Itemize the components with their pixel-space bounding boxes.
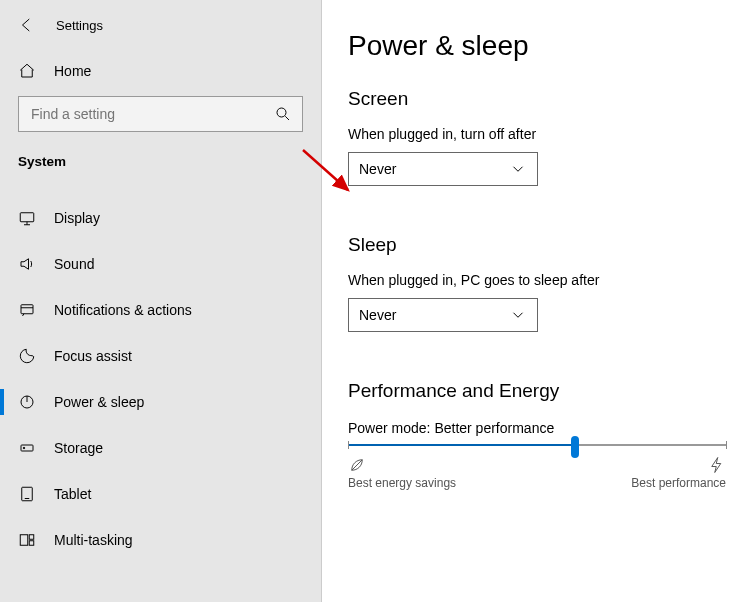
sound-icon bbox=[18, 255, 36, 273]
tablet-icon bbox=[18, 485, 36, 503]
sidebar-item-storage[interactable]: Storage bbox=[0, 425, 321, 471]
sidebar-item-label: Storage bbox=[54, 440, 103, 456]
sidebar-item-label: Power & sleep bbox=[54, 394, 144, 410]
screen-section: Screen When plugged in, turn off after N… bbox=[348, 88, 726, 186]
sidebar-item-notifications[interactable]: Notifications & actions bbox=[0, 287, 321, 333]
sidebar: Settings Home System Display Sound bbox=[0, 0, 322, 602]
slider-track bbox=[348, 444, 726, 446]
search-icon bbox=[274, 105, 292, 123]
slider-tick bbox=[348, 441, 349, 449]
multitasking-icon bbox=[18, 531, 36, 549]
bolt-icon bbox=[708, 456, 726, 474]
slider-captions: Best energy savings Best performance bbox=[348, 456, 726, 490]
slider-fill bbox=[348, 444, 575, 446]
dropdown-value: Never bbox=[359, 161, 396, 177]
nav-list: Display Sound Notifications & actions Fo… bbox=[0, 195, 321, 563]
sidebar-item-label: Sound bbox=[54, 256, 94, 272]
chevron-down-icon bbox=[509, 306, 527, 324]
screen-heading: Screen bbox=[348, 88, 726, 110]
dropdown-value: Never bbox=[359, 307, 396, 323]
leaf-icon bbox=[348, 456, 366, 474]
svg-rect-2 bbox=[21, 305, 33, 314]
notifications-icon bbox=[18, 301, 36, 319]
main-content: Power & sleep Screen When plugged in, tu… bbox=[322, 0, 752, 602]
sidebar-item-label: Multi-tasking bbox=[54, 532, 133, 548]
performance-section: Performance and Energy Power mode: Bette… bbox=[348, 380, 726, 490]
svg-rect-1 bbox=[20, 213, 34, 222]
slider-right-caption: Best performance bbox=[631, 476, 726, 490]
sidebar-item-label: Display bbox=[54, 210, 100, 226]
svg-point-5 bbox=[23, 447, 25, 449]
slider-tick bbox=[726, 441, 727, 449]
settings-window: Settings Home System Display Sound bbox=[0, 0, 752, 602]
sidebar-item-multitasking[interactable]: Multi-tasking bbox=[0, 517, 321, 563]
sidebar-item-label: Tablet bbox=[54, 486, 91, 502]
back-icon[interactable] bbox=[18, 16, 36, 34]
search-input[interactable] bbox=[29, 105, 274, 123]
power-mode-value: Better performance bbox=[434, 420, 554, 436]
sidebar-item-tablet[interactable]: Tablet bbox=[0, 471, 321, 517]
page-title: Power & sleep bbox=[348, 30, 726, 62]
sidebar-item-label: Notifications & actions bbox=[54, 302, 192, 318]
chevron-down-icon bbox=[509, 160, 527, 178]
display-icon bbox=[18, 209, 36, 227]
screen-turnoff-label: When plugged in, turn off after bbox=[348, 126, 726, 142]
screen-turnoff-dropdown[interactable]: Never bbox=[348, 152, 538, 186]
sidebar-item-sound[interactable]: Sound bbox=[0, 241, 321, 287]
performance-heading: Performance and Energy bbox=[348, 380, 726, 402]
slider-left-caption: Best energy savings bbox=[348, 476, 456, 490]
power-slider[interactable] bbox=[348, 444, 726, 446]
app-title: Settings bbox=[56, 18, 103, 33]
sleep-section: Sleep When plugged in, PC goes to sleep … bbox=[348, 234, 726, 332]
power-mode-prefix: Power mode: bbox=[348, 420, 434, 436]
svg-rect-7 bbox=[20, 535, 28, 546]
slider-thumb[interactable] bbox=[571, 436, 579, 458]
home-icon bbox=[18, 62, 36, 80]
storage-icon bbox=[18, 439, 36, 457]
home-label: Home bbox=[54, 63, 91, 79]
power-mode-label: Power mode: Better performance bbox=[348, 420, 726, 436]
sleep-dropdown[interactable]: Never bbox=[348, 298, 538, 332]
sidebar-item-display[interactable]: Display bbox=[0, 195, 321, 241]
search-box[interactable] bbox=[18, 96, 303, 132]
sleep-heading: Sleep bbox=[348, 234, 726, 256]
sidebar-item-focus-assist[interactable]: Focus assist bbox=[0, 333, 321, 379]
sidebar-item-label: Focus assist bbox=[54, 348, 132, 364]
power-icon bbox=[18, 393, 36, 411]
category-heading: System bbox=[0, 146, 321, 181]
svg-rect-9 bbox=[29, 541, 34, 546]
home-nav[interactable]: Home bbox=[0, 48, 321, 90]
focus-assist-icon bbox=[18, 347, 36, 365]
sidebar-item-power-sleep[interactable]: Power & sleep bbox=[0, 379, 321, 425]
svg-point-0 bbox=[277, 108, 286, 117]
sleep-label: When plugged in, PC goes to sleep after bbox=[348, 272, 726, 288]
svg-rect-8 bbox=[29, 535, 34, 540]
